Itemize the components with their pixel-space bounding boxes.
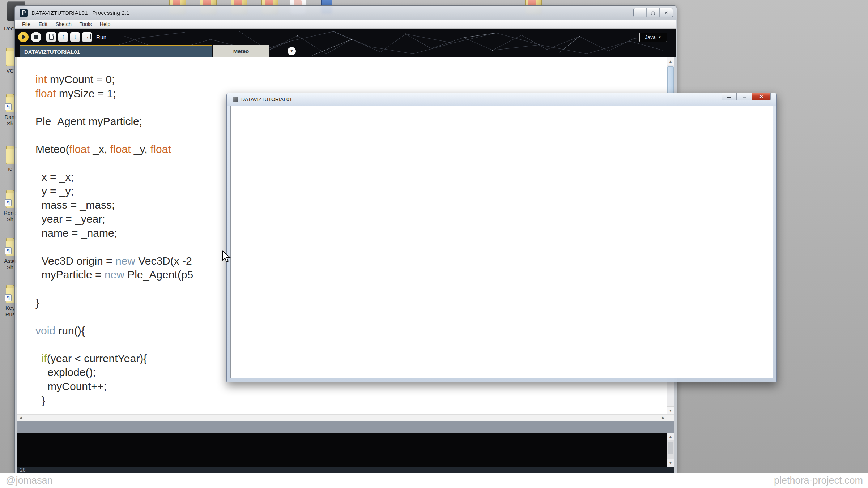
menu-item-help[interactable]: Help — [96, 21, 115, 27]
message-area — [17, 421, 674, 433]
ide-title-bar[interactable]: P DATAVIZTUTORIAL01 | Processing 2.1 ─ ▢… — [15, 6, 677, 20]
code-line[interactable]: int myCount = 0; — [35, 73, 667, 87]
shortcut-arrow-icon: ↰ — [5, 103, 12, 110]
minimize-button[interactable]: ─ — [634, 8, 647, 17]
code-line[interactable]: } — [35, 394, 667, 408]
scroll-down-arrow-icon[interactable]: ▼ — [667, 406, 674, 414]
close-button[interactable]: ✕ — [660, 8, 673, 17]
menu-item-tools[interactable]: Tools — [76, 21, 96, 27]
scroll-up-arrow-icon[interactable]: ▲ — [667, 433, 674, 440]
open-sketch-button[interactable]: ↑ — [58, 32, 68, 42]
minimize-button[interactable] — [722, 93, 737, 100]
stop-icon — [34, 35, 38, 39]
tab-meteo[interactable]: Meteo — [213, 45, 269, 57]
scroll-right-arrow-icon[interactable]: ▶ — [662, 416, 665, 420]
editor-horizontal-scrollbar[interactable]: ◀ ▶ — [17, 414, 674, 421]
export-icon: → — [83, 33, 91, 40]
sketch-canvas[interactable] — [230, 106, 773, 378]
ide-window-title: DATAVIZTUTORIAL01 | Processing 2.1 — [31, 10, 129, 16]
menu-item-sketch[interactable]: Sketch — [51, 21, 75, 27]
mode-selector-java[interactable]: Java ▼ — [639, 33, 667, 42]
close-button[interactable]: ✕ — [752, 93, 771, 100]
scroll-up-arrow-icon[interactable]: ▲ — [667, 57, 674, 65]
shortcut-arrow-icon: ↰ — [5, 294, 12, 301]
scroll-left-arrow-icon[interactable]: ◀ — [19, 416, 22, 420]
menu-item-edit[interactable]: Edit — [34, 21, 51, 27]
watermark-bar: @jomasan plethora-project.com — [0, 473, 868, 488]
scroll-down-arrow-icon[interactable]: ▼ — [667, 459, 674, 467]
watermark-right: plethora-project.com — [774, 475, 863, 486]
document-icon — [49, 34, 54, 40]
ide-tab-bar: DATAVIZTUTORIAL01Meteo — [20, 45, 269, 57]
status-line-number: 28 — [17, 467, 674, 473]
save-sketch-button[interactable]: ↓ — [70, 32, 80, 42]
arrow-down-icon: ↓ — [73, 33, 77, 40]
maximize-button[interactable]: ▢ — [647, 8, 660, 17]
run-status-label: Run — [96, 34, 106, 40]
processing-logo-icon: P — [20, 9, 28, 17]
menu-item-file[interactable]: File — [18, 21, 34, 27]
minimize-icon — [727, 97, 731, 98]
mode-label: Java — [645, 34, 656, 40]
arrow-up-icon: ↑ — [61, 33, 65, 40]
sketch-output-window: DATAVIZTUTORIAL01 ✕ — [226, 93, 777, 382]
console-area: ▲ ▼ — [17, 433, 674, 467]
sketch-window-controls: ✕ — [722, 93, 771, 100]
desktop: RecyVC↰Dani Shic↰Rend Sh↰Assu Sh↰Key Rus… — [0, 0, 868, 488]
stop-button[interactable] — [31, 32, 41, 42]
chevron-down-icon: ▼ — [290, 49, 294, 53]
chevron-down-icon: ▼ — [658, 35, 661, 39]
ide-window-controls: ─ ▢ ✕ — [633, 8, 673, 17]
ide-menu-bar: FileEditSketchToolsHelp — [15, 20, 676, 29]
console-scrollbar[interactable]: ▲ ▼ — [667, 433, 674, 467]
ide-toolbar-strip: ↑ ↓ → Run Java ▼ DATAVIZTUTORIAL01Meteo … — [15, 29, 676, 57]
watermark-left: @jomasan — [6, 475, 52, 486]
shortcut-arrow-icon: ↰ — [5, 199, 12, 206]
ide-toolbar: ↑ ↓ → Run — [15, 29, 676, 45]
export-button[interactable]: → — [82, 32, 92, 42]
maximize-button — [737, 93, 752, 100]
maximize-icon — [743, 95, 746, 98]
new-sketch-button[interactable] — [46, 32, 56, 42]
run-button[interactable] — [18, 32, 29, 42]
shortcut-arrow-icon: ↰ — [5, 247, 12, 254]
sketch-window-title: DATAVIZTUTORIAL01 — [241, 97, 292, 102]
sketch-app-icon — [233, 97, 238, 102]
mouse-cursor — [221, 250, 232, 262]
scrollbar-thumb[interactable] — [668, 442, 673, 454]
sketch-title-bar[interactable]: DATAVIZTUTORIAL01 ✕ — [227, 93, 776, 106]
tab-dataviztutorial01[interactable]: DATAVIZTUTORIAL01 — [20, 45, 212, 57]
play-icon — [22, 34, 26, 39]
tab-menu-button[interactable]: ▼ — [288, 47, 296, 55]
